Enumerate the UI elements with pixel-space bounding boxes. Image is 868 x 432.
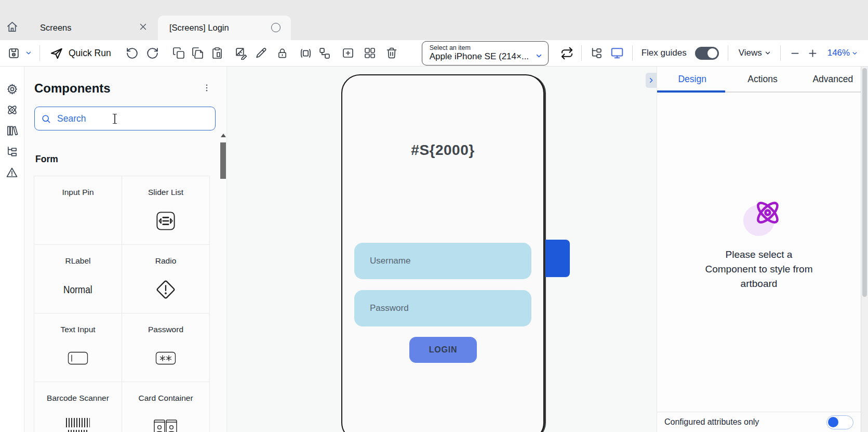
close-tab-button[interactable] (139, 22, 148, 31)
components-rail-button[interactable] (6, 104, 18, 116)
preview-monitor-button[interactable] (610, 46, 624, 60)
component-card-radio[interactable]: Radio (122, 244, 210, 313)
swap-icon (560, 46, 574, 60)
save-icon (7, 47, 20, 60)
tab-label: Advanced (812, 74, 853, 85)
paste-button[interactable] (211, 47, 223, 59)
tab-screens[interactable]: Screens (26, 16, 156, 40)
component-card-card-container[interactable]: Card Container (122, 382, 210, 432)
views-label: Views (739, 48, 762, 58)
duplicate-button[interactable] (192, 47, 204, 59)
login-button[interactable]: LOGIN (409, 337, 477, 363)
zoom-level-dropdown[interactable]: 146% (827, 48, 858, 58)
components-grid-button[interactable] (364, 47, 376, 59)
password-field[interactable]: Password (354, 290, 531, 326)
component-label: Barcode Scanner (47, 394, 109, 403)
swap-screen-button[interactable] (560, 46, 574, 60)
inspector-tabs: Design Actions Advanced (657, 67, 868, 91)
configured-attributes-toggle[interactable] (826, 415, 853, 429)
monitor-icon (610, 46, 624, 60)
components-panel: Components Form Input Pin Slider List (24, 67, 227, 432)
zoom-out-button[interactable] (790, 48, 800, 59)
window-scrollbar[interactable] (861, 67, 868, 432)
settings-rail-button[interactable] (6, 83, 18, 95)
paste-icon (211, 47, 223, 59)
tab-actions[interactable]: Actions (727, 67, 797, 91)
tab-screens-login[interactable]: [Screens] Login (158, 16, 291, 40)
component-card-rlabel[interactable]: RLabel Normal (34, 244, 122, 313)
component-card-barcode-scanner[interactable]: Barcode Scanner (34, 382, 122, 432)
gear-icon (6, 83, 18, 95)
lock-icon (276, 47, 288, 59)
divider (780, 45, 781, 61)
empty-state-line: Please select a (657, 247, 861, 262)
home-button[interactable] (6, 21, 18, 33)
components-grid: Input Pin Slider List RLabel Normal (34, 176, 210, 432)
component-card-slider-list[interactable]: Slider List (122, 176, 210, 245)
tab-label: Actions (747, 74, 777, 85)
left-rail (0, 67, 24, 432)
theme-button[interactable] (235, 47, 248, 60)
screens-tree-rail-button[interactable] (6, 146, 18, 158)
add-frame-icon (342, 47, 354, 59)
tab-label: Design (678, 74, 706, 85)
circle-icon (271, 23, 281, 32)
redo-button[interactable] (146, 47, 159, 60)
ungroup-button[interactable] (318, 47, 331, 60)
search-input[interactable] (56, 113, 150, 125)
component-label: Input Pin (62, 188, 94, 197)
component-card-input-pin[interactable]: Input Pin (34, 176, 122, 245)
components-panel-title: Components (34, 81, 111, 96)
brush-button[interactable] (255, 47, 268, 60)
section-header-form: Form (35, 154, 58, 165)
add-frame-button[interactable] (342, 47, 354, 59)
flex-guides-toggle[interactable] (695, 47, 719, 60)
device-select[interactable]: Select an item Apple iPhone SE (214×... (422, 41, 549, 66)
chevron-down-icon (25, 49, 32, 57)
phone-artboard[interactable]: #S{2000} Username Password LOGIN (341, 74, 544, 432)
tree-view-button[interactable] (590, 47, 603, 60)
copy-button[interactable] (172, 47, 185, 59)
minus-icon (790, 48, 800, 59)
search-icon (41, 114, 51, 124)
save-button[interactable] (7, 47, 20, 60)
zoom-in-button[interactable] (807, 48, 818, 59)
design-canvas[interactable]: #S{2000} Username Password LOGIN (227, 67, 657, 432)
send-icon (49, 46, 63, 60)
username-field[interactable]: Username (354, 243, 531, 279)
library-rail-button[interactable] (6, 125, 18, 137)
screen-title-text[interactable]: #S{2000} (342, 142, 543, 159)
component-card-text-input[interactable]: Text Input (34, 313, 122, 382)
redo-icon (146, 47, 159, 60)
window-scrollbar-thumb[interactable] (862, 68, 867, 297)
tab-advanced[interactable]: Advanced (798, 67, 868, 91)
panel-collapse-button[interactable] (646, 73, 657, 88)
issues-rail-button[interactable] (6, 166, 18, 179)
component-label: Text Input (60, 325, 95, 334)
components-menu-button[interactable] (202, 83, 211, 93)
group-button[interactable] (299, 47, 312, 60)
tree-folders-icon (6, 146, 18, 158)
views-dropdown[interactable]: Views (739, 48, 771, 58)
tab-underline-track (725, 91, 861, 93)
password-asterisks-icon (155, 334, 176, 382)
quick-run-button[interactable]: Quick Run (49, 46, 111, 60)
panel-scroll-up-arrow[interactable] (221, 134, 226, 137)
panel-scrollbar-thumb[interactable] (220, 142, 226, 179)
theme-icon (235, 47, 248, 60)
selected-element-highlight[interactable] (545, 240, 570, 277)
atom-icon (6, 104, 18, 116)
tab-design[interactable]: Design (657, 67, 727, 91)
home-icon (6, 21, 18, 33)
component-card-password[interactable]: Password (122, 313, 210, 382)
save-menu-button[interactable] (25, 49, 32, 57)
configured-attributes-label: Configured attributes only (664, 417, 826, 427)
divider (632, 45, 633, 61)
rlabel-preview-text: Normal (63, 283, 92, 296)
kebab-menu-icon (202, 83, 211, 93)
delete-button[interactable] (385, 47, 398, 59)
radio-diamond-icon (154, 266, 178, 313)
undo-button[interactable] (126, 47, 139, 60)
lock-button[interactable] (276, 47, 288, 59)
divider (39, 45, 40, 61)
